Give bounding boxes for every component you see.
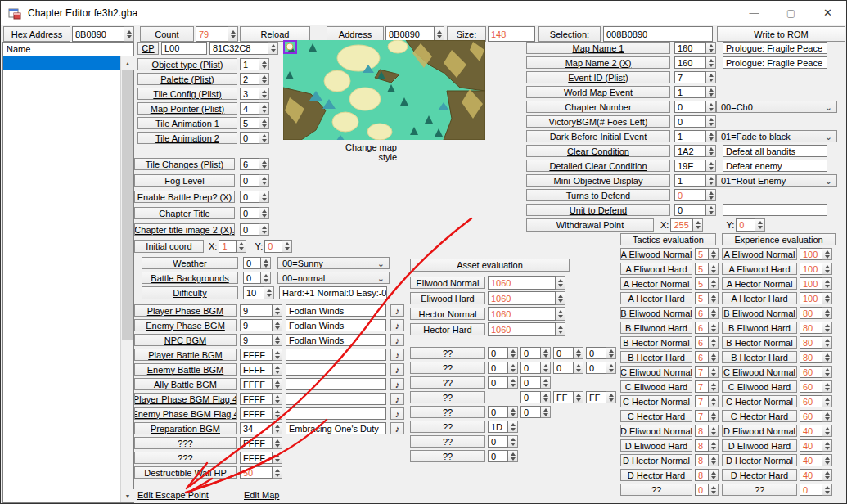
withdrawal-point-button[interactable]: Withdrawal Point [526,218,654,232]
stepper-value[interactable]: 1D [488,421,508,433]
spinner[interactable] [273,363,282,376]
list-item[interactable] [3,261,120,274]
spinner[interactable] [709,380,719,393]
spinner[interactable] [508,362,518,374]
list-item[interactable] [3,235,120,248]
bgm-row-name[interactable]: Fodlan Winds [286,319,386,331]
stepper-value[interactable]: 0 [520,376,541,389]
experience-row-value[interactable]: 40 [800,425,822,437]
bgm-row-value[interactable]: FFFF [240,407,273,420]
spinner[interactable] [259,102,269,115]
tactics-row-value[interactable]: 5 [695,277,709,290]
play-bgm-button[interactable]: ♪ [390,304,404,317]
right-row-value[interactable]: 0 [674,189,706,201]
bgm-row-value[interactable]: 9 [240,304,273,317]
spinner[interactable] [541,406,551,418]
tactics-row-value[interactable]: 7 [695,395,709,407]
count-input[interactable]: 79 [196,26,228,42]
spinner[interactable] [709,454,719,466]
spinner[interactable] [706,174,716,187]
field-row-button[interactable]: Chapter title image 2 (X). [134,223,235,236]
spinner[interactable] [706,42,716,54]
play-bgm-button[interactable]: ♪ [390,407,404,420]
spinner[interactable] [706,115,716,128]
asset-row-value[interactable]: 1060 [488,276,556,290]
spinner[interactable] [282,240,292,253]
pointer-input[interactable]: 81C32C8 [209,42,268,55]
experience-row-value[interactable]: 100 [800,277,822,290]
spinner[interactable] [259,191,269,203]
list-item[interactable] [3,95,120,108]
spinner[interactable] [706,101,716,113]
maximize-button[interactable]: ▢ [773,1,809,25]
list-item[interactable] [3,133,120,146]
bgm-row-value[interactable]: FFFF [240,363,273,376]
play-bgm-button[interactable]: ♪ [390,334,404,346]
tactics-row-value[interactable]: 7 [695,366,709,378]
spinner[interactable] [709,484,719,496]
spinner[interactable] [822,425,832,437]
experience-row-value[interactable]: 40 [800,439,822,452]
close-button[interactable]: ✕ [809,1,846,25]
numeric-stepper[interactable]: 0 [488,376,518,389]
spinner[interactable] [259,223,269,236]
spinner[interactable] [259,117,269,129]
right-row-dropdown[interactable]: 01=Fade to black ⌄ [716,130,837,142]
experience-row-value[interactable]: 80 [800,336,822,349]
field-row-value[interactable]: 6 [240,158,259,170]
bgm-row-button[interactable]: Ally Battle BGM [134,378,237,390]
plist-row-button[interactable]: Tile Config (Plist) [137,88,237,100]
weather-dropdown[interactable]: 00=Sunny ⌄ [277,257,390,269]
stepper-value[interactable]: FF [586,391,606,403]
spinner[interactable] [273,304,282,317]
scroll-up-icon[interactable]: ▲ [121,56,134,70]
plist-row-value[interactable]: 2 [240,73,259,85]
bgm-row-button[interactable]: ??? [134,437,237,449]
initial-x-value[interactable]: 1 [219,240,237,253]
list-item[interactable] [3,171,120,184]
list-item[interactable] [3,273,120,286]
spinner[interactable] [574,362,583,374]
plist-row-button[interactable]: Palette (Plist) [137,73,237,85]
spinner[interactable] [709,263,719,275]
spinner[interactable] [541,362,551,374]
spinner[interactable] [709,366,719,378]
spinner[interactable] [273,378,282,390]
spinner[interactable] [508,435,518,448]
bgm-row-value[interactable]: 9 [240,319,273,331]
stepper-value[interactable]: 0 [488,347,508,359]
numeric-stepper[interactable]: 1D [488,421,518,433]
spinner[interactable] [706,189,716,201]
spinner[interactable] [755,218,765,232]
spinner[interactable] [822,484,832,496]
right-row-text[interactable]: Defeat all bandits [723,145,827,157]
withdrawal-x-value[interactable]: 255 [670,218,693,232]
play-bgm-button[interactable]: ♪ [390,378,404,390]
spinner[interactable] [822,322,832,334]
list-item[interactable] [3,490,120,502]
bgm-row-button[interactable]: Preparation BGM [134,422,237,434]
numeric-stepper[interactable]: 0 [586,347,616,359]
tactics-row-value[interactable]: 7 [695,380,709,393]
right-row-button[interactable]: Event ID (Plist) [526,71,670,83]
right-row-value[interactable]: 0 [674,101,706,113]
stepper-value[interactable]: 0 [520,391,541,403]
bgm-row-name[interactable] [286,378,386,390]
stepper-value[interactable]: 0 [488,450,508,462]
weather-button[interactable]: Weather [142,257,238,269]
numeric-stepper[interactable]: FF [586,391,616,403]
tactics-row-value[interactable]: 7 [695,410,709,422]
tactics-row-value[interactable]: 5 [695,292,709,304]
list-item[interactable] [3,299,120,312]
scroll-down-icon[interactable]: ▼ [121,489,134,502]
spinner[interactable] [709,351,719,363]
spinner[interactable] [709,425,719,437]
spinner[interactable] [693,218,703,232]
spinner[interactable] [822,395,832,407]
spinner[interactable] [259,132,269,144]
stepper-value[interactable]: 0 [488,435,508,448]
bgm-row-name[interactable] [286,393,386,405]
list-item[interactable] [3,452,120,465]
play-bgm-button[interactable]: ♪ [390,393,404,405]
spinner[interactable] [556,276,565,290]
